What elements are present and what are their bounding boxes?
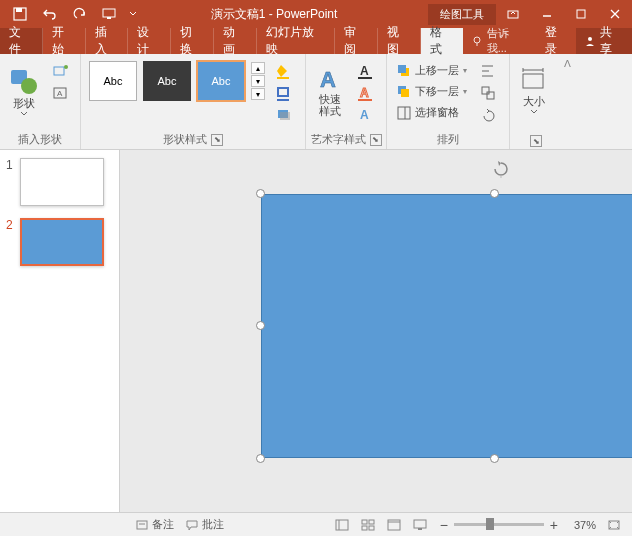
svg-rect-37 <box>487 92 494 99</box>
svg-rect-36 <box>482 87 489 94</box>
group-label-arrange: 排列 <box>391 130 505 149</box>
shapes-icon <box>9 66 39 96</box>
svg-rect-23 <box>358 77 372 79</box>
ribbon-tabs: 文件 开始 插入 设计 切换 动画 幻灯片放映 审阅 视图 格式 告诉我... … <box>0 28 632 54</box>
start-from-beginning-button[interactable] <box>96 2 124 26</box>
shape-styles-dialog-launcher[interactable]: ⬊ <box>211 134 223 146</box>
signin-link[interactable]: 登录 <box>537 28 577 54</box>
size-dialog-launcher[interactable]: ⬊ <box>530 135 542 147</box>
group-insert-shapes: 形状 A 插入形状 <box>0 54 81 149</box>
slideshow-view-button[interactable] <box>408 515 432 535</box>
zoom-slider-thumb[interactable] <box>486 518 494 530</box>
svg-rect-38 <box>523 74 543 88</box>
size-button[interactable]: 大小 <box>514 57 554 125</box>
person-icon <box>584 35 596 47</box>
slide-canvas[interactable] <box>120 150 632 512</box>
align-button[interactable] <box>475 61 503 81</box>
resize-handle-bottom-left[interactable] <box>256 454 265 463</box>
view-buttons <box>330 515 432 535</box>
selected-shape[interactable] <box>261 194 632 458</box>
svg-text:A: A <box>57 89 63 98</box>
shape-outline-button[interactable] <box>271 83 299 103</box>
style-item-2[interactable]: Abc <box>143 61 191 101</box>
qat-dropdown[interactable] <box>126 2 140 26</box>
tab-design[interactable]: 设计 <box>128 28 171 54</box>
svg-text:A: A <box>360 64 369 78</box>
shape-effects-button[interactable] <box>271 105 299 125</box>
shape-fill-button[interactable] <box>271 61 299 81</box>
resize-handle-top-left[interactable] <box>256 189 265 198</box>
tab-file[interactable]: 文件 <box>0 28 43 54</box>
zoom-level-label[interactable]: 37% <box>564 519 596 531</box>
style-item-3-selected[interactable]: Abc <box>197 61 245 101</box>
redo-button[interactable] <box>66 2 94 26</box>
group-arrange: 上移一层▾ 下移一层▾ 选择窗格 排列 <box>387 54 510 149</box>
normal-view-button[interactable] <box>330 515 354 535</box>
tab-slideshow[interactable]: 幻灯片放映 <box>257 28 336 54</box>
slide-thumbnails-panel: 1 2 <box>0 150 120 512</box>
collapse-ribbon-button[interactable]: ᐱ <box>564 58 571 69</box>
resize-handle-bottom-middle[interactable] <box>490 454 499 463</box>
rectangle-shape[interactable] <box>261 194 632 458</box>
send-backward-button[interactable]: 下移一层▾ <box>393 82 471 101</box>
style-item-1[interactable]: Abc <box>89 61 137 101</box>
svg-rect-28 <box>398 65 406 73</box>
undo-button[interactable] <box>36 2 64 26</box>
resize-handle-middle-left[interactable] <box>256 321 265 330</box>
svg-rect-17 <box>278 88 288 96</box>
svg-rect-12 <box>54 67 64 75</box>
tab-transitions[interactable]: 切换 <box>171 28 214 54</box>
gallery-up-button[interactable]: ▴ <box>251 62 265 74</box>
shape-style-gallery: Abc Abc Abc ▴ ▾ ▾ <box>85 57 269 105</box>
quick-access-toolbar <box>0 2 140 26</box>
save-button[interactable] <box>6 2 34 26</box>
text-effects-button[interactable]: A <box>352 105 380 125</box>
rotate-handle-icon[interactable] <box>492 160 510 178</box>
edit-shape-button[interactable] <box>46 61 74 81</box>
notes-icon <box>136 519 148 531</box>
slide-thumbnail-1[interactable] <box>20 158 104 206</box>
svg-point-11 <box>21 78 37 94</box>
ribbon-options-button[interactable] <box>496 0 530 28</box>
tab-insert[interactable]: 插入 <box>86 28 129 54</box>
rotate-button[interactable] <box>475 105 503 125</box>
fit-to-window-button[interactable] <box>602 515 626 535</box>
notes-button[interactable]: 备注 <box>136 517 174 532</box>
resize-handle-top-middle[interactable] <box>490 189 499 198</box>
tab-animations[interactable]: 动画 <box>214 28 257 54</box>
slide-sorter-view-button[interactable] <box>356 515 380 535</box>
text-outline-button[interactable]: A <box>352 83 380 103</box>
tab-format[interactable]: 格式 <box>421 28 463 54</box>
tab-review[interactable]: 审阅 <box>335 28 378 54</box>
tab-view[interactable]: 视图 <box>378 28 421 54</box>
share-button[interactable]: 共享 <box>576 28 632 54</box>
gallery-more-button[interactable]: ▾ <box>251 88 265 100</box>
zoom-slider[interactable] <box>454 523 544 526</box>
group-label-insert-shapes: 插入形状 <box>4 130 76 149</box>
shapes-button[interactable]: 形状 <box>4 57 44 125</box>
reading-view-button[interactable] <box>382 515 406 535</box>
maximize-button[interactable] <box>564 0 598 28</box>
text-box-button[interactable]: A <box>46 83 74 103</box>
comments-button[interactable]: 批注 <box>186 517 224 532</box>
tell-me-search[interactable]: 告诉我... <box>463 28 537 54</box>
tab-home[interactable]: 开始 <box>43 28 86 54</box>
selection-pane-button[interactable]: 选择窗格 <box>393 103 471 122</box>
quick-styles-button[interactable]: A 快速 样式 <box>310 57 350 125</box>
text-fill-button[interactable]: A <box>352 61 380 81</box>
gallery-down-button[interactable]: ▾ <box>251 75 265 87</box>
svg-rect-16 <box>277 77 289 79</box>
ribbon: 形状 A 插入形状 Abc Abc Abc ▴ ▾ ▾ <box>0 54 632 150</box>
slide-thumbnail-2-selected[interactable] <box>20 218 104 266</box>
zoom-out-button[interactable]: − <box>440 517 448 533</box>
wordart-dialog-launcher[interactable]: ⬊ <box>370 134 382 146</box>
group-button[interactable] <box>475 83 503 103</box>
svg-text:A: A <box>360 108 369 122</box>
svg-rect-50 <box>369 526 374 530</box>
svg-rect-48 <box>369 520 374 524</box>
bring-forward-button[interactable]: 上移一层▾ <box>393 61 471 80</box>
slide-number: 2 <box>6 218 16 266</box>
group-label-shape-styles: 形状样式 <box>163 132 207 147</box>
zoom-in-button[interactable]: + <box>550 517 558 533</box>
svg-rect-49 <box>362 526 367 530</box>
